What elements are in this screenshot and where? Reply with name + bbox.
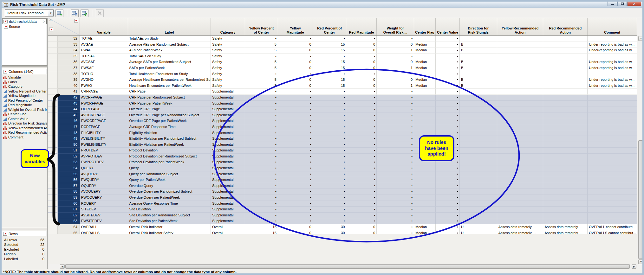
cell-yellow-magnitude[interactable]: • <box>278 130 313 136</box>
cell-yellow-magnitude[interactable]: • <box>278 101 313 107</box>
cell-yellow-magnitude[interactable]: • <box>278 71 313 77</box>
column-header-red-percent[interactable]: Red Percent of Center <box>313 18 347 35</box>
cell-red-action[interactable] <box>543 59 588 65</box>
cell-red-action[interactable] <box>543 118 588 124</box>
row-number-cell[interactable]: 47 <box>58 124 80 130</box>
row-state-cell[interactable] <box>48 89 58 95</box>
cell-red-percent[interactable]: • <box>313 101 347 107</box>
row-number-cell[interactable]: 48 <box>58 130 80 136</box>
cell-red-magnitude[interactable]: • <box>346 101 377 107</box>
cell-yellow-percent[interactable]: • <box>245 207 278 213</box>
cell-red-percent[interactable]: 15 <box>313 77 347 83</box>
cell-red-action[interactable] <box>543 112 588 118</box>
cell-category[interactable]: Supplemental <box>211 89 245 95</box>
row-number-cell[interactable]: 57 <box>58 183 80 189</box>
panel-splitter[interactable] <box>47 18 48 269</box>
cell-label[interactable]: Query per Randomized Subject <box>128 171 211 177</box>
vertical-scrollbar[interactable]: ▲ ▼ <box>637 18 644 264</box>
cell-yellow-percent[interactable]: 5 <box>245 42 278 48</box>
column-header-red-magnitude[interactable]: Red Magnitude <box>346 18 377 35</box>
cell-category[interactable]: Safety <box>211 77 245 83</box>
cell-label[interactable]: Overdue CRF Page <box>128 106 211 112</box>
cell-comment[interactable] <box>588 189 637 195</box>
cell-red-action[interactable] <box>543 189 588 195</box>
cell-yellow-magnitude[interactable]: • <box>278 106 313 112</box>
cell-yellow-percent[interactable]: • <box>245 89 278 95</box>
cell-center-value[interactable]: • <box>436 42 460 48</box>
disclosure-icon[interactable]: ▷ <box>43 20 45 23</box>
cell-red-magnitude[interactable]: • <box>346 118 377 124</box>
cell-yellow-action[interactable] <box>497 124 543 130</box>
row-number-cell[interactable]: 37 <box>58 65 80 71</box>
rows-menu-icon[interactable] <box>49 28 53 31</box>
cell-red-action[interactable] <box>543 195 588 201</box>
row-number-cell[interactable]: 42 <box>58 95 80 101</box>
cell-red-action[interactable] <box>543 48 588 54</box>
cell-direction[interactable] <box>460 112 497 118</box>
cell-label[interactable]: Average Query Response Time <box>128 201 211 207</box>
cell-red-magnitude[interactable]: • <box>346 142 377 148</box>
cell-red-action[interactable] <box>543 201 588 207</box>
cell-weight[interactable]: • <box>377 183 414 189</box>
cell-red-percent[interactable]: • <box>313 106 347 112</box>
row-state-cell[interactable] <box>48 42 58 48</box>
row-number-cell[interactable]: 33 <box>58 42 80 48</box>
row-state-cell[interactable] <box>48 218 58 224</box>
cell-red-magnitude[interactable]: • <box>346 106 377 112</box>
cell-red-magnitude[interactable]: 0 <box>346 83 377 89</box>
cell-red-action[interactable] <box>543 106 588 112</box>
cell-direction[interactable] <box>460 213 497 219</box>
cell-yellow-magnitude[interactable]: 0 <box>278 59 313 65</box>
cell-comment[interactable] <box>588 213 637 219</box>
cell-yellow-magnitude[interactable]: • <box>278 171 313 177</box>
cell-red-action[interactable] <box>543 159 588 165</box>
cell-comment[interactable] <box>588 130 637 136</box>
cell-red-action[interactable] <box>543 71 588 77</box>
cell-yellow-percent[interactable]: • <box>245 189 278 195</box>
row-state-cell[interactable] <box>48 154 58 160</box>
cell-direction[interactable]: B <box>460 65 497 71</box>
cell-category[interactable]: Supplemental <box>211 136 245 142</box>
cell-center-value[interactable]: • <box>436 106 460 112</box>
cell-yellow-percent[interactable]: 5 <box>245 59 278 65</box>
column-item-label[interactable]: Label <box>2 80 47 85</box>
cell-red-percent[interactable]: • <box>313 54 347 60</box>
cell-red-action[interactable] <box>543 42 588 48</box>
cell-red-action[interactable] <box>543 89 588 95</box>
cell-center-value[interactable]: • <box>436 48 460 54</box>
cell-center-value[interactable]: • <box>436 171 460 177</box>
cell-center-value[interactable]: • <box>436 77 460 83</box>
row-number-cell[interactable]: 61 <box>58 207 80 213</box>
cell-category[interactable]: Safety <box>211 59 245 65</box>
cell-yellow-action[interactable] <box>497 95 543 101</box>
red-triangle-menu-icon[interactable] <box>3 70 7 74</box>
cell-center-flag[interactable] <box>414 218 436 224</box>
cell-yellow-percent[interactable]: • <box>245 171 278 177</box>
cell-red-magnitude[interactable]: • <box>346 136 377 142</box>
cell-center-flag[interactable] <box>414 89 436 95</box>
cell-category[interactable]: Supplemental <box>211 118 245 124</box>
cell-category[interactable]: Supplemental <box>211 101 245 107</box>
cell-center-value[interactable]: • <box>436 124 460 130</box>
cell-direction[interactable] <box>460 130 497 136</box>
row-state-cell[interactable] <box>48 148 58 154</box>
cell-red-percent[interactable]: 15 <box>313 59 347 65</box>
cell-label[interactable]: Healthcare Encounters per PatientWeek <box>128 83 211 89</box>
cell-red-percent[interactable]: • <box>313 95 347 101</box>
row-number-cell[interactable]: 46 <box>58 118 80 124</box>
row-state-cell[interactable] <box>48 124 58 130</box>
cell-center-value[interactable]: • <box>436 118 460 124</box>
cell-center-flag[interactable] <box>414 165 436 171</box>
cell-center-flag[interactable] <box>414 106 436 112</box>
cell-yellow-action[interactable] <box>497 112 543 118</box>
cell-center-value[interactable]: • <box>436 207 460 213</box>
cell-center-flag[interactable] <box>414 183 436 189</box>
cell-red-magnitude[interactable]: • <box>346 159 377 165</box>
column-item-yellow-magnitude[interactable]: Yellow Magnitude <box>2 93 47 98</box>
cell-category[interactable]: Safety <box>211 42 245 48</box>
cell-yellow-percent[interactable]: • <box>245 118 278 124</box>
cell-red-action[interactable] <box>543 207 588 213</box>
cell-center-value[interactable]: • <box>436 59 460 65</box>
cell-weight[interactable]: 1 <box>377 65 414 71</box>
cell-center-value[interactable]: • <box>436 36 460 42</box>
